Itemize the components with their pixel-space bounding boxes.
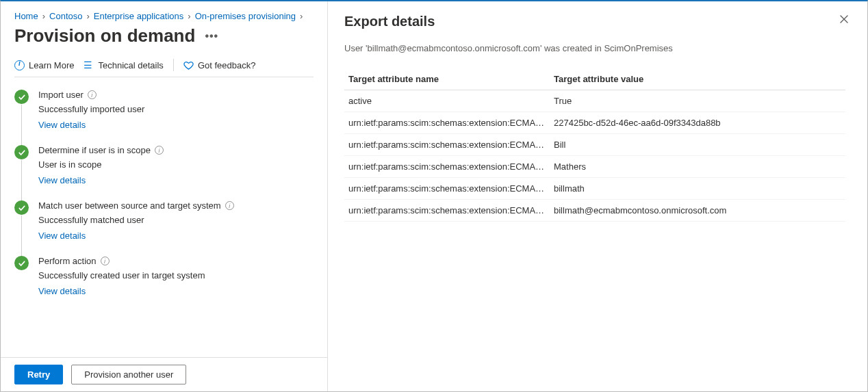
retry-button[interactable]: Retry — [14, 365, 63, 384]
step-subtext: Successfully imported user — [38, 104, 314, 114]
chevron-right-icon: › — [300, 11, 303, 21]
step-scope: Determine if user is in scopei User is i… — [14, 145, 314, 200]
table-row: urn:ietf:params:scim:schemas:extension:E… — [344, 178, 845, 200]
info-icon[interactable]: i — [155, 146, 164, 155]
step-match: Match user between source and target sys… — [14, 200, 314, 256]
info-icon[interactable]: i — [88, 90, 97, 99]
crumb-contoso[interactable]: Contoso — [49, 11, 82, 21]
more-icon[interactable]: ••• — [205, 30, 218, 42]
toolbar-divider — [173, 59, 174, 71]
cell-value: billmath@ecmabmcontoso.onmicrosoft.com — [550, 200, 845, 222]
cell-value: 227425bc-d52d-46ec-aa6d-09f3343da88b — [550, 112, 845, 134]
got-feedback-button[interactable]: Got feedback? — [183, 60, 256, 70]
cell-name: urn:ietf:params:scim:schemas:extension:E… — [344, 178, 550, 200]
cell-name: urn:ietf:params:scim:schemas:extension:E… — [344, 156, 550, 178]
checkmark-icon — [14, 256, 29, 270]
info-icon[interactable]: i — [101, 257, 110, 265]
export-details-title: Export details — [344, 14, 845, 29]
export-details-subtitle: User 'billmath@ecmabmcontoso.onmicrosoft… — [344, 43, 845, 53]
chevron-right-icon: › — [188, 11, 190, 21]
attributes-table: Target attribute name Target attribute v… — [344, 68, 845, 222]
col-attr-value: Target attribute value — [550, 68, 845, 90]
checkmark-icon — [14, 90, 29, 104]
step-subtext: Successfully created user in target syst… — [38, 270, 314, 280]
table-row: activeTrue — [344, 90, 845, 112]
cell-name: urn:ietf:params:scim:schemas:extension:E… — [344, 134, 550, 156]
provision-another-button[interactable]: Provision another user — [71, 365, 186, 384]
cell-value: billmath — [550, 178, 845, 200]
table-row: urn:ietf:params:scim:schemas:extension:E… — [344, 134, 845, 156]
table-row: urn:ietf:params:scim:schemas:extension:E… — [344, 156, 845, 178]
chevron-right-icon: › — [42, 11, 45, 21]
page-title: Provision on demand ••• — [14, 25, 314, 47]
table-row: urn:ietf:params:scim:schemas:extension:E… — [344, 200, 845, 222]
crumb-home[interactable]: Home — [14, 11, 38, 21]
cell-value: Mathers — [550, 156, 845, 178]
technical-details-button[interactable]: ☰ Technical details — [84, 60, 163, 70]
col-attr-name: Target attribute name — [344, 68, 550, 90]
checkmark-icon — [14, 145, 29, 159]
steps-list: Import useri Successfully imported user … — [14, 90, 314, 311]
step-perform-action: Perform actioni Successfully created use… — [14, 256, 314, 311]
footer-actions: Retry Provision another user — [1, 357, 327, 391]
chevron-right-icon: › — [86, 11, 89, 21]
step-title: Import user — [38, 90, 84, 100]
crumb-enterprise-apps[interactable]: Enterprise applications — [94, 11, 184, 21]
cell-name: urn:ietf:params:scim:schemas:extension:E… — [344, 200, 550, 222]
step-subtext: User is in scope — [38, 159, 314, 170]
cell-name: urn:ietf:params:scim:schemas:extension:E… — [344, 112, 550, 134]
heart-icon — [183, 60, 194, 70]
view-details-link[interactable]: View details — [38, 120, 86, 130]
close-icon[interactable] — [839, 14, 850, 27]
step-subtext: Successfully matched user — [38, 215, 314, 225]
toolbar: Learn More ☰ Technical details Got feedb… — [14, 59, 314, 77]
view-details-link[interactable]: View details — [38, 231, 86, 241]
learn-more-button[interactable]: Learn More — [14, 60, 74, 70]
breadcrumb: Home › Contoso › Enterprise applications… — [14, 11, 314, 21]
table-row: urn:ietf:params:scim:schemas:extension:E… — [344, 112, 845, 134]
step-title: Match user between source and target sys… — [38, 200, 221, 211]
list-icon: ☰ — [84, 60, 94, 70]
view-details-link[interactable]: View details — [38, 286, 86, 296]
got-feedback-label: Got feedback? — [198, 60, 256, 70]
cell-name: active — [344, 90, 550, 112]
cell-value: Bill — [550, 134, 845, 156]
view-details-link[interactable]: View details — [38, 175, 86, 185]
checkmark-icon — [14, 200, 29, 215]
crumb-onprem-provisioning[interactable]: On-premises provisioning — [195, 11, 296, 21]
info-icon[interactable]: i — [225, 201, 234, 210]
technical-details-label: Technical details — [98, 60, 163, 70]
cell-value: True — [550, 90, 845, 112]
learn-more-label: Learn More — [29, 60, 74, 70]
page-title-text: Provision on demand — [14, 25, 195, 47]
info-icon — [14, 60, 25, 70]
step-title: Perform action — [38, 256, 97, 266]
step-title: Determine if user is in scope — [38, 145, 151, 155]
step-import-user: Import useri Successfully imported user … — [14, 90, 314, 145]
